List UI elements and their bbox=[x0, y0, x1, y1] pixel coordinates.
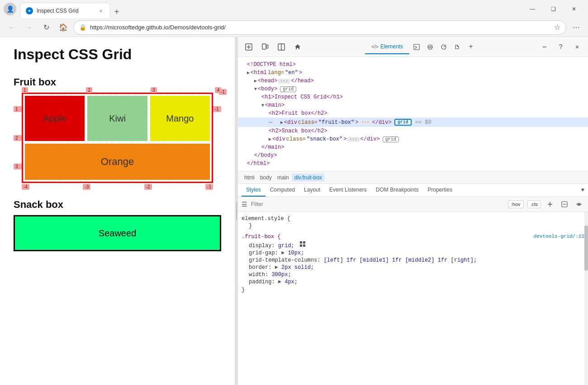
grid-num-1: 1 bbox=[22, 87, 28, 93]
add-tab-button[interactable]: + bbox=[465, 41, 477, 53]
breadcrumb-bar: html body main div.fruit-box bbox=[238, 172, 588, 184]
more-style-tabs-button[interactable]: ▼ bbox=[581, 187, 584, 193]
performance-tab-icon[interactable] bbox=[437, 41, 450, 53]
fruit-box-title: Fruit box bbox=[14, 76, 221, 88]
page-heading: Inspect CSS Grid bbox=[14, 46, 221, 63]
body-grid-badge[interactable]: grid bbox=[280, 86, 296, 92]
html-line-head[interactable]: ▶ <head>···</head> bbox=[238, 77, 588, 85]
breadcrumb-html[interactable]: html bbox=[242, 174, 257, 182]
svg-rect-18 bbox=[303, 241, 305, 244]
more-tools-button[interactable]: ⋯ bbox=[538, 41, 551, 53]
forward-button[interactable]: → bbox=[22, 20, 36, 35]
html-line-snackbox[interactable]: ▶ <div class="snack-box">···</div> grid bbox=[238, 135, 588, 143]
profile-icon[interactable]: 👤 bbox=[4, 3, 16, 15]
fruit-box-grid-badge[interactable]: grid bbox=[394, 119, 412, 126]
html-line-doctype[interactable]: <!DOCTYPE html> bbox=[238, 61, 588, 69]
tab-event-listeners[interactable]: Event Listeners bbox=[325, 184, 371, 197]
new-style-rule-button[interactable] bbox=[559, 199, 570, 210]
svg-rect-2 bbox=[262, 44, 266, 49]
seaweed-cell: Seaweed bbox=[99, 228, 136, 239]
css-panel-scrollbar[interactable] bbox=[584, 212, 588, 385]
html-line-body[interactable]: ▼ <body>grid bbox=[238, 85, 588, 93]
element-style-close: } bbox=[242, 222, 584, 230]
inspect-element-button[interactable] bbox=[242, 41, 255, 53]
tab-elements[interactable]: </> Elements bbox=[365, 40, 409, 54]
html-line-h2-fruit[interactable]: <h2>Fruit box</h2> bbox=[238, 109, 588, 117]
css-prop-padding: padding: ► 4px; bbox=[242, 279, 584, 285]
lock-icon: 🔒 bbox=[79, 24, 86, 31]
active-tab[interactable]: Inspect CSS Grid × bbox=[20, 3, 110, 18]
svg-point-16 bbox=[578, 203, 580, 205]
tab-dom-breakpoints[interactable]: DOM Breakpoints bbox=[371, 184, 423, 197]
html-line-body-close[interactable]: </body> bbox=[238, 151, 588, 160]
html-line-fruitbox[interactable]: ⋯ ▶ <div class="fruit-box">···</div> gri… bbox=[238, 117, 588, 127]
html-line-html-close[interactable]: </html> bbox=[238, 160, 588, 168]
tab-styles[interactable]: Styles bbox=[242, 184, 266, 197]
class-button[interactable]: .cls bbox=[527, 200, 541, 208]
grid-numbers-top: 1 2 3 4 bbox=[22, 87, 221, 93]
svg-rect-6 bbox=[414, 44, 419, 50]
network-tab-icon[interactable] bbox=[424, 41, 436, 53]
row-label-3: 3 bbox=[14, 164, 22, 169]
snack-box-title: Snack box bbox=[14, 199, 221, 211]
reload-button[interactable]: ↻ bbox=[39, 20, 53, 35]
html-line-html[interactable]: ▶ <html lang="en"> bbox=[238, 69, 588, 77]
css-source-link[interactable]: devtools-grid/:22 bbox=[534, 234, 584, 240]
webpage-panel: Inspect CSS Grid Fruit box 1 2 3 4 -1 bbox=[0, 37, 235, 385]
grid-num-bot-neg3: -3 bbox=[83, 184, 90, 190]
css-prop-width: width: 300px; bbox=[242, 272, 584, 278]
border-arrow[interactable]: ► bbox=[275, 264, 278, 271]
svg-rect-17 bbox=[300, 241, 302, 244]
grid-display-icon[interactable] bbox=[299, 241, 306, 247]
help-button[interactable]: ? bbox=[555, 41, 567, 53]
grid-gap-arrow[interactable]: ► bbox=[281, 250, 285, 256]
tab-properties[interactable]: Properties bbox=[423, 184, 457, 197]
source-tab-icon[interactable] bbox=[451, 41, 464, 53]
html-line-h1[interactable]: <h1>Inspect CSS Grid</h1> bbox=[238, 93, 588, 101]
device-emulation-button[interactable] bbox=[259, 41, 271, 53]
maximize-button[interactable]: ❑ bbox=[543, 2, 564, 16]
breadcrumb-div-fruitbox[interactable]: div.fruit-box bbox=[292, 174, 325, 182]
html-line-h2-snack[interactable]: <h2>Snack box</h2> bbox=[238, 127, 588, 135]
toggle-element-state-button[interactable] bbox=[574, 199, 584, 210]
row-label-1: 1 bbox=[14, 106, 22, 112]
tab-computed[interactable]: Computed bbox=[266, 184, 299, 197]
css-prop-grid-template-columns: grid-template-columns: [left] 1fr [middl… bbox=[242, 257, 584, 263]
filter-input[interactable] bbox=[251, 201, 504, 207]
breadcrumb-body[interactable]: body bbox=[257, 174, 275, 182]
scroll-thumb bbox=[584, 225, 588, 271]
back-button[interactable]: ← bbox=[5, 20, 19, 35]
tab-close-button[interactable]: × bbox=[97, 7, 104, 14]
tab-layout[interactable]: Layout bbox=[299, 184, 325, 197]
css-prop-grid-gap: grid-gap: ► 10px; bbox=[242, 250, 584, 256]
styles-filter-bar: ☰ :hov .cls bbox=[238, 197, 588, 212]
split-view-button[interactable] bbox=[275, 41, 288, 53]
url-text: https://microsoftedge.github.io/Demos/de… bbox=[90, 24, 550, 31]
svg-rect-20 bbox=[303, 244, 305, 247]
row-labels-right: -1 bbox=[213, 93, 221, 183]
console-tab-icon[interactable] bbox=[410, 41, 423, 53]
minimize-button[interactable]: — bbox=[522, 2, 543, 16]
tab-bar: Inspect CSS Grid × + bbox=[20, 0, 518, 18]
home-devtools-button[interactable] bbox=[291, 41, 304, 53]
grid-num-neg1-top: -1 bbox=[219, 87, 227, 95]
html-line-main-close[interactable]: </main> bbox=[238, 143, 588, 151]
add-style-rule-button[interactable] bbox=[545, 199, 555, 210]
css-prop-border: border: ► 2px solid; bbox=[242, 264, 584, 271]
three-dots-icon[interactable]: ⋯ bbox=[269, 118, 278, 126]
close-devtools-button[interactable]: ✕ bbox=[571, 41, 583, 53]
favorite-icon[interactable]: ☆ bbox=[554, 23, 560, 32]
new-tab-button[interactable]: + bbox=[110, 5, 123, 18]
snack-box-grid-badge[interactable]: grid bbox=[383, 136, 399, 142]
home-button[interactable]: 🏠 bbox=[56, 20, 71, 35]
address-bar[interactable]: 🔒 https://microsoftedge.github.io/Demos/… bbox=[73, 20, 566, 35]
grid-num-bot-neg2: -2 bbox=[144, 184, 152, 190]
breadcrumb-main[interactable]: main bbox=[275, 174, 292, 182]
close-button[interactable]: ✕ bbox=[564, 2, 584, 16]
padding-arrow[interactable]: ► bbox=[278, 279, 281, 285]
styles-subtabs: Styles Computed Layout Event Listeners D… bbox=[238, 184, 588, 197]
nav-bar: ← → ↻ 🏠 🔒 https://microsoftedge.github.i… bbox=[0, 18, 588, 37]
html-line-main[interactable]: ▼ <main> bbox=[238, 101, 588, 109]
collections-button[interactable]: ⋯ bbox=[569, 20, 583, 35]
pseudo-class-button[interactable]: :hov bbox=[508, 200, 524, 208]
